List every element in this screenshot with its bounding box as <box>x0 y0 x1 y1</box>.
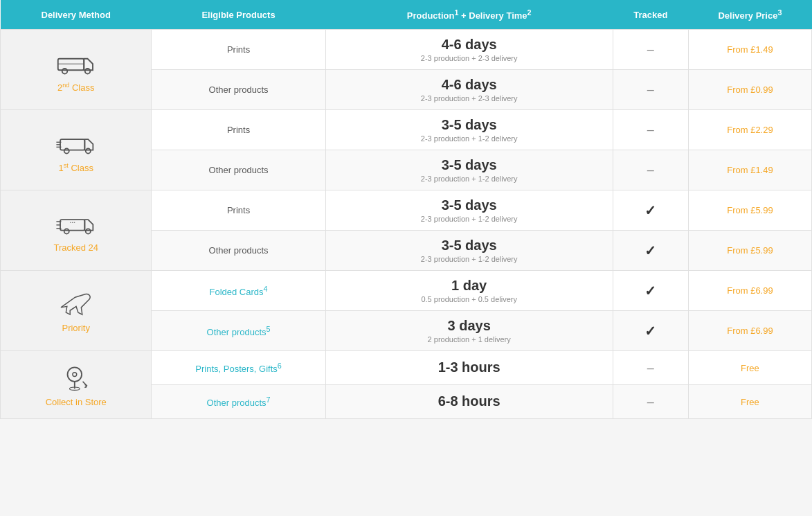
production-priority-foldedcards: 1 day 0.5 production + 0.5 delivery <box>325 271 613 311</box>
product-other-priority[interactable]: Other products5 <box>152 311 325 351</box>
product-foldedcards-priority[interactable]: Folded Cards4 <box>152 271 325 311</box>
production-priority-other: 3 days 2 production + 1 delivery <box>325 311 613 351</box>
van-icon <box>8 47 144 78</box>
production-collect-prints: 1-3 hours <box>325 351 613 385</box>
price-priority-foldedcards: From £6.99 <box>688 271 811 311</box>
product-prints-1st: Prints <box>152 110 325 150</box>
svg-point-21 <box>73 373 77 377</box>
production-1st-other: 3-5 days 2-3 production + 1-2 delivery <box>325 150 613 190</box>
tracked-tracked24-prints: ✓ <box>613 190 688 231</box>
store-icon <box>8 362 144 393</box>
svg-point-15 <box>85 229 90 234</box>
price-2nd-other: From £0.99 <box>688 70 811 110</box>
price-collect-prints: Free <box>688 351 811 385</box>
delivery-method-tracked24: Tracked 24 <box>1 190 152 271</box>
product-prints-tracked24: Prints <box>152 190 325 231</box>
tracked-priority-other: ✓ <box>613 311 688 351</box>
product-other-2nd: Other products <box>152 70 325 110</box>
product-other-1st: Other products <box>152 150 325 190</box>
table-row: Collect in Store Prints, Posters, Gifts6… <box>1 351 812 385</box>
table-row: Priority Folded Cards4 1 day 0.5 product… <box>1 271 812 311</box>
svg-point-7 <box>64 148 69 153</box>
production-collect-other: 6-8 hours <box>325 385 613 419</box>
col-delivery-price: Delivery Price3 <box>688 0 811 30</box>
fast-van-icon <box>8 127 144 158</box>
1st-class-label: 1st Class <box>8 162 144 173</box>
price-priority-other: From £6.99 <box>688 311 811 351</box>
delivery-method-2nd-class: 2nd Class <box>1 30 152 110</box>
delivery-method-1st-class: 1st Class <box>1 110 152 190</box>
price-tracked24-prints: From £5.99 <box>688 190 811 231</box>
price-1st-other: From £1.49 <box>688 150 811 190</box>
tracked-2nd-prints: – <box>613 30 688 70</box>
delivery-method-priority: Priority <box>1 271 152 351</box>
svg-point-20 <box>67 368 82 382</box>
collect-in-store-label: Collect in Store <box>8 397 144 407</box>
svg-point-2 <box>62 69 67 74</box>
tracked24-label: Tracked 24 <box>8 242 144 253</box>
table-row: Tracked 24 Prints 3-5 days 2-3 productio… <box>1 190 812 231</box>
plane-icon <box>8 288 144 319</box>
tracked-van-icon <box>8 208 144 238</box>
2nd-class-label: 2nd Class <box>8 82 144 93</box>
svg-rect-12 <box>60 220 84 231</box>
product-prints-posters-collect[interactable]: Prints, Posters, Gifts6 <box>152 351 325 385</box>
svg-rect-0 <box>57 58 84 70</box>
tracked-collect-other: – <box>613 385 688 419</box>
product-prints-2nd: Prints <box>152 30 325 70</box>
price-1st-prints: From £2.29 <box>688 110 811 150</box>
price-tracked24-other: From £5.99 <box>688 231 811 271</box>
tracked-1st-other: – <box>613 150 688 190</box>
col-delivery-method: Delivery Method <box>1 0 152 30</box>
svg-point-8 <box>85 148 90 153</box>
tracked-tracked24-other: ✓ <box>613 231 688 271</box>
delivery-method-collect-in-store: Collect in Store <box>1 351 152 419</box>
svg-point-3 <box>84 69 90 74</box>
production-2nd-prints: 4-6 days 2-3 production + 2-3 delivery <box>325 30 613 70</box>
production-tracked24-other: 3-5 days 2-3 production + 1-2 delivery <box>325 231 613 271</box>
tracked-1st-prints: – <box>613 110 688 150</box>
col-eligible-products: Eligible Products <box>152 0 325 30</box>
col-tracked: Tracked <box>613 0 688 30</box>
tracked-2nd-other: – <box>613 70 688 110</box>
production-2nd-other: 4-6 days 2-3 production + 2-3 delivery <box>325 70 613 110</box>
col-production-delivery: Production1 + Delivery Time2 <box>325 0 613 30</box>
product-other-tracked24: Other products <box>152 231 325 271</box>
table-row: 2nd Class Prints 4-6 days 2-3 production… <box>1 30 812 70</box>
svg-point-14 <box>64 229 69 234</box>
production-1st-prints: 3-5 days 2-3 production + 1-2 delivery <box>325 110 613 150</box>
production-tracked24-prints: 3-5 days 2-3 production + 1-2 delivery <box>325 190 613 231</box>
priority-label: Priority <box>8 323 144 333</box>
table-row: 1st Class Prints 3-5 days 2-3 production… <box>1 110 812 150</box>
price-collect-other: Free <box>688 385 811 419</box>
svg-rect-5 <box>60 139 84 150</box>
product-other-collect[interactable]: Other products7 <box>152 385 325 419</box>
tracked-collect-prints: – <box>613 351 688 385</box>
price-2nd-prints: From £1.49 <box>688 30 811 70</box>
tracked-priority-foldedcards: ✓ <box>613 271 688 311</box>
